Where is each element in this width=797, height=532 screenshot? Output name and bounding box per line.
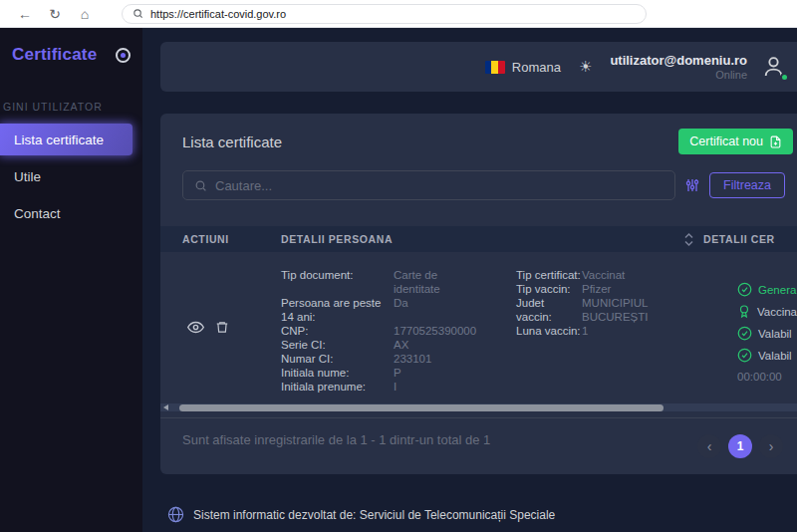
search-icon bbox=[133, 8, 143, 19]
card-title: Lista certificate bbox=[182, 133, 282, 150]
trash-icon bbox=[215, 320, 229, 335]
column-header-certificate: DETALII CER bbox=[703, 233, 797, 245]
detail-value: MUNICIPIUL BUCUREȘTI bbox=[582, 296, 693, 324]
status-label: Valabil bbox=[758, 327, 792, 341]
results-summary: Sunt afisate inregistrarile de la 1 - 1 … bbox=[182, 430, 501, 450]
detail-label: Tip document: bbox=[281, 268, 394, 282]
search-input[interactable] bbox=[215, 178, 664, 193]
file-plus-icon bbox=[769, 135, 782, 148]
globe-icon bbox=[167, 506, 184, 523]
check-circle-icon bbox=[737, 348, 752, 363]
new-certificate-label: Certificat nou bbox=[689, 134, 763, 148]
footer-text: Sistem informatic dezvoltat de: Serviciu… bbox=[193, 508, 555, 522]
column-header-actions: ACTIUNI bbox=[160, 233, 281, 245]
detail-label: Tip vaccin: bbox=[516, 282, 582, 296]
online-status-dot bbox=[780, 73, 789, 82]
status-valid-until: Valabil bbox=[737, 348, 797, 363]
search-icon bbox=[194, 179, 207, 192]
award-icon bbox=[737, 304, 751, 319]
detail-value: 233101 bbox=[394, 352, 483, 366]
status-valid-from: Valabil bbox=[737, 326, 797, 341]
detail-label: Tip certificat: bbox=[516, 268, 582, 282]
status-label: Genera bbox=[758, 283, 796, 297]
column-header-person: DETALII PERSOANA bbox=[281, 233, 393, 245]
app-logo[interactable]: Certificate bbox=[12, 45, 97, 65]
sidebar-item-contact[interactable]: Contact bbox=[0, 197, 133, 229]
language-selector[interactable]: Romana bbox=[485, 60, 561, 75]
sort-icon[interactable] bbox=[684, 232, 693, 247]
search-field[interactable] bbox=[182, 170, 675, 200]
sidebar-section-label: GINI UTILIZATOR bbox=[3, 101, 142, 113]
sidebar-pin-icon[interactable] bbox=[116, 48, 131, 63]
check-circle-icon bbox=[737, 326, 752, 341]
certificates-card: Lista certificate Certificat nou Filtrea… bbox=[160, 114, 797, 474]
main-area: Romana ☀ utilizator@domeniu.ro Online Li… bbox=[142, 28, 797, 532]
person-details-cell: Tip document:Carte de identitate Persoan… bbox=[281, 252, 516, 401]
detail-label: CNP: bbox=[281, 324, 394, 338]
detail-value: Carte de identitate bbox=[394, 268, 483, 296]
sidebar-item-lista-certificate[interactable]: Lista certificate bbox=[0, 124, 133, 155]
detail-value: Pfizer bbox=[582, 282, 693, 296]
detail-value: 1770525390000 bbox=[394, 324, 483, 338]
detail-label: Serie CI: bbox=[281, 338, 394, 352]
sidebar-nav: Lista certificate Utile Contact bbox=[0, 124, 142, 229]
browser-bar: ← ↻ ⌂ https://certificat-covid.gov.ro bbox=[0, 0, 797, 28]
url-text: https://certificat-covid.gov.ro bbox=[150, 8, 286, 20]
topbar: Romana ☀ utilizator@domeniu.ro Online bbox=[160, 42, 797, 92]
detail-value: Vaccinat bbox=[582, 268, 693, 282]
detail-label: Persoana are peste 14 ani: bbox=[281, 296, 394, 324]
romania-flag-icon bbox=[485, 61, 505, 74]
detail-label: Initiala prenume: bbox=[281, 380, 394, 394]
user-menu[interactable]: utilizator@domeniu.ro Online bbox=[610, 53, 747, 81]
certificate-details-cell: Tip certificat:Vaccinat Tip vaccin:Pfize… bbox=[516, 252, 737, 401]
scrollbar-thumb[interactable] bbox=[179, 404, 664, 411]
detail-value: Da bbox=[394, 296, 483, 310]
theme-toggle-sun-icon[interactable]: ☀ bbox=[579, 58, 592, 76]
avatar[interactable] bbox=[761, 54, 787, 80]
detail-value: I bbox=[394, 380, 483, 394]
status-generated: Genera bbox=[737, 282, 797, 297]
table-header: ACTIUNI DETALII PERSOANA DETALII CER bbox=[160, 226, 797, 252]
browser-refresh-icon[interactable]: ↻ bbox=[40, 6, 70, 22]
detail-label: Luna vaccin: bbox=[516, 324, 582, 338]
new-certificate-button[interactable]: Certificat nou bbox=[678, 129, 793, 154]
countdown-timer: 00:00:00 bbox=[737, 370, 797, 384]
prev-page-button[interactable]: ‹ bbox=[697, 434, 721, 458]
status-cell: Genera Vaccina Valabil Valabil 00:00:0 bbox=[737, 252, 797, 401]
detail-value: P bbox=[394, 366, 483, 380]
check-circle-icon bbox=[737, 282, 752, 297]
sidebar-item-label: Lista certificate bbox=[14, 133, 104, 147]
status-label: Vaccina bbox=[757, 305, 797, 319]
user-status: Online bbox=[610, 69, 747, 81]
browser-back-icon[interactable]: ← bbox=[10, 6, 40, 22]
sidebar-item-label: Utile bbox=[14, 169, 41, 184]
pagination: ‹ 1 › bbox=[697, 434, 783, 458]
detail-label: Initiala nume: bbox=[281, 366, 394, 380]
detail-label: Numar CI: bbox=[281, 352, 394, 366]
sidebar-item-label: Contact bbox=[14, 206, 61, 221]
eye-icon bbox=[187, 319, 204, 336]
delete-button[interactable] bbox=[215, 320, 229, 335]
table-row: Tip document:Carte de identitate Persoan… bbox=[160, 252, 797, 401]
sidebar: Certificate GINI UTILIZATOR Lista certif… bbox=[0, 28, 142, 532]
address-bar[interactable]: https://certificat-covid.gov.ro bbox=[122, 4, 647, 24]
status-label: Valabil bbox=[758, 349, 792, 363]
actions-cell bbox=[160, 252, 281, 401]
next-page-button[interactable]: › bbox=[759, 434, 783, 458]
language-label: Romana bbox=[512, 60, 561, 75]
status-vaccinated: Vaccina bbox=[737, 304, 797, 319]
horizontal-scrollbar[interactable] bbox=[160, 403, 797, 411]
page-1-button[interactable]: 1 bbox=[728, 434, 752, 458]
detail-value: 1 bbox=[582, 324, 693, 338]
sidebar-item-utile[interactable]: Utile bbox=[0, 160, 133, 192]
view-button[interactable] bbox=[187, 319, 204, 336]
detail-value: AX bbox=[394, 338, 483, 352]
browser-home-icon[interactable]: ⌂ bbox=[70, 6, 100, 22]
user-email: utilizator@domeniu.ro bbox=[610, 53, 747, 68]
table-footer: Sunt afisate inregistrarile de la 1 - 1 … bbox=[160, 417, 797, 474]
scrollbar-left-arrow-icon[interactable] bbox=[163, 404, 168, 410]
page-footer: Sistem informatic dezvoltat de: Serviciu… bbox=[167, 506, 797, 523]
detail-label: Judet vaccin: bbox=[516, 296, 582, 324]
filter-button[interactable]: Filtreaza bbox=[709, 172, 785, 198]
filter-sliders-icon[interactable] bbox=[684, 177, 700, 193]
